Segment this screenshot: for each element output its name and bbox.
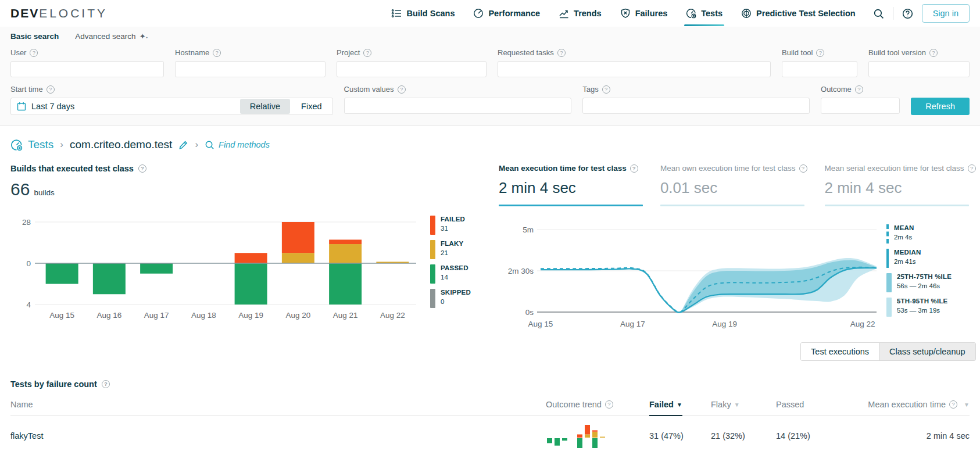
mean-time-cell: 2 min 4 sec <box>845 431 970 440</box>
start-time-control: Last 7 days Relative Fixed <box>10 98 333 115</box>
field-user: User? <box>10 48 164 77</box>
tab-basic-search[interactable]: Basic search <box>10 32 59 41</box>
help-circle-icon[interactable]: ? <box>968 164 976 173</box>
breadcrumb-tests-link[interactable]: Tests <box>10 138 53 151</box>
stat-mean-own-execution-time[interactable]: Mean own execution time for test class? … <box>660 164 807 206</box>
chart-mode-toggle-row: Test executions Class setup/cleanup <box>499 342 976 361</box>
nav-item-trends[interactable]: Trends <box>559 0 602 27</box>
help-circle-icon[interactable]: ? <box>398 85 406 94</box>
legend-label: FLAKY <box>441 240 463 247</box>
nav-item-tests[interactable]: Tests <box>686 0 723 27</box>
search-icon[interactable] <box>873 8 884 19</box>
tags-input[interactable] <box>582 98 810 114</box>
fixed-toggle-button[interactable]: Fixed <box>291 99 332 114</box>
band-dark-swatch <box>886 273 892 292</box>
execution-time-section: Mean execution time for test class? 2 mi… <box>499 164 976 361</box>
main-nav: Build Scans Performance Trends Failures … <box>391 0 855 27</box>
build-tool-input[interactable] <box>782 61 857 77</box>
execution-chart-wrap: 5m2m 30s0sAug 15Aug 17Aug 19Aug 22 MEAN2… <box>499 223 976 330</box>
legend-value: 2m 41s <box>894 258 921 265</box>
header-label: Failed <box>649 400 674 409</box>
breadcrumb-root-label: Tests <box>28 138 53 151</box>
help-circle-icon[interactable]: ? <box>138 164 146 173</box>
develocity-logo[interactable]: DEVELOCITY <box>10 6 108 20</box>
help-circle-icon[interactable]: ? <box>630 164 638 173</box>
help-circle-icon[interactable]: ? <box>602 85 610 94</box>
passed-sort-button[interactable]: Passed <box>776 400 804 409</box>
charts-row: Builds that executed test class ? 66 bui… <box>10 164 970 361</box>
nav-item-build-scans[interactable]: Build Scans <box>391 0 455 27</box>
help-circle-icon[interactable]: ? <box>929 49 938 57</box>
legend-item-flaky: FLAKY21 <box>430 240 471 259</box>
builds-bar-chart[interactable]: Aug 15Aug 16Aug 17Aug 18Aug 19Aug 20Aug … <box>10 214 424 321</box>
help-circle-icon[interactable]: ? <box>213 49 221 57</box>
help-circle-icon[interactable]: ? <box>557 49 566 57</box>
svg-text:Aug 16: Aug 16 <box>96 311 121 320</box>
passed-swatch <box>430 264 435 284</box>
help-circle-icon[interactable]: ? <box>102 380 110 388</box>
test-name-link[interactable]: flakyTest <box>10 431 546 440</box>
relative-toggle-button[interactable]: Relative <box>240 99 290 114</box>
legend-label: SKIPPED <box>441 289 471 296</box>
help-circle-icon[interactable]: ? <box>47 85 55 94</box>
flaky-sort-button[interactable]: Flaky▼ <box>711 400 740 409</box>
mean-dashed-swatch <box>886 224 889 243</box>
nav-item-predictive-test-selection[interactable]: Predictive Test Selection <box>741 0 856 27</box>
stats-row: Mean execution time for test class? 2 mi… <box>499 164 976 206</box>
outcome-trend-mini-chart[interactable] <box>546 422 610 450</box>
stat-label: Mean own execution time for test class <box>660 164 796 173</box>
test-executions-toggle[interactable]: Test executions <box>801 343 879 360</box>
svg-text:Aug 17: Aug 17 <box>620 320 645 328</box>
custom-values-input[interactable] <box>344 98 572 114</box>
nav-label: Failures <box>635 9 668 18</box>
refresh-button[interactable]: Refresh <box>911 98 970 115</box>
outcome-input[interactable] <box>821 98 900 114</box>
class-setup-cleanup-toggle[interactable]: Class setup/cleanup <box>879 343 975 360</box>
main-content: Tests › com.criteo.demo.test › Find meth… <box>0 138 980 457</box>
legend-value: 31 <box>441 225 465 232</box>
execution-time-line-chart[interactable]: 5m2m 30s0sAug 15Aug 17Aug 19Aug 22 <box>499 223 879 330</box>
project-input[interactable] <box>337 61 487 77</box>
failed-sort-button[interactable]: Failed▼ <box>649 400 682 416</box>
stat-underline <box>660 205 804 206</box>
requested-tasks-input[interactable] <box>498 61 771 77</box>
edit-pencil-icon[interactable] <box>178 140 188 150</box>
top-nav: DEVELOCITY Build Scans Performance Trend… <box>0 0 980 27</box>
help-circle-icon[interactable]: ? <box>363 49 371 57</box>
nav-label: Tests <box>701 9 723 18</box>
svg-text:Aug 20: Aug 20 <box>285 311 310 320</box>
sign-in-button[interactable]: Sign in <box>922 4 970 23</box>
start-time-value[interactable]: Last 7 days <box>11 102 239 111</box>
band-light-swatch <box>886 298 892 317</box>
breadcrumb-separator: › <box>60 139 63 151</box>
help-circle-icon[interactable]: ? <box>855 85 863 94</box>
help-circle-icon[interactable]: ? <box>605 400 613 409</box>
flaky-cell: 21 (32%) <box>711 431 776 440</box>
tab-advanced-search[interactable]: Advanced search✦˖ <box>75 32 148 41</box>
table-header: Name Outcome trend ? Failed▼ Flaky▼ Pass… <box>10 400 970 416</box>
build-tool-version-input[interactable] <box>868 61 970 77</box>
nav-item-performance[interactable]: Performance <box>473 0 540 27</box>
help-circle-icon[interactable]: ? <box>799 164 807 173</box>
stat-mean-execution-time[interactable]: Mean execution time for test class? 2 mi… <box>499 164 643 206</box>
logo-bold: DEV <box>10 6 39 20</box>
user-input[interactable] <box>10 61 164 77</box>
table-row[interactable]: flakyTest 31 (47%) 21 (32%) 14 (21%) 2 m… <box>10 416 970 457</box>
nav-item-failures[interactable]: Failures <box>620 0 668 27</box>
help-icon[interactable] <box>902 8 913 19</box>
stat-mean-serial-execution-time[interactable]: Mean serial execution time for test clas… <box>825 164 976 206</box>
legend-label: MEAN <box>894 224 914 231</box>
help-circle-icon[interactable]: ? <box>30 49 38 57</box>
sort-caret-icon: ▼ <box>734 402 740 408</box>
find-methods-link[interactable]: Find methods <box>205 140 270 150</box>
hostname-input[interactable] <box>175 61 326 77</box>
help-circle-icon[interactable]: ? <box>949 400 957 409</box>
skipped-swatch <box>430 289 435 308</box>
brain-icon <box>741 8 752 19</box>
help-circle-icon[interactable]: ? <box>816 49 824 57</box>
sparkle-icon: ✦˖ <box>140 32 148 41</box>
search-fields-row-1: User? Hostname? Project? Requested tasks… <box>10 48 970 77</box>
chart-mode-toggle: Test executions Class setup/cleanup <box>800 342 976 361</box>
mean-time-sort-button[interactable]: Mean execution time <box>868 400 946 409</box>
tests-by-failure-section: Tests by failure count ? Name Outcome tr… <box>10 379 970 457</box>
